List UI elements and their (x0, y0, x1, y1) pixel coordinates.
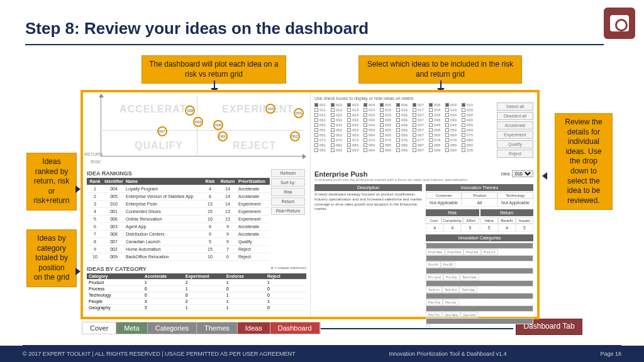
idea-checkbox[interactable]: 087 (413, 143, 429, 148)
idea-checkbox[interactable]: 007 (413, 102, 429, 107)
idea-checkbox[interactable]: 072 (331, 138, 347, 143)
idea-checkbox[interactable]: 078 (429, 138, 445, 143)
sort-button[interactable]: Risk+Return (271, 207, 305, 215)
idea-checkbox[interactable]: 030 (462, 112, 478, 118)
idea-checkbox[interactable]: 075 (380, 138, 396, 143)
idea-checkbox[interactable]: 099 (445, 148, 462, 153)
idea-checkbox[interactable]: 032 (331, 118, 347, 123)
idea-dot[interactable]: 009 (218, 131, 228, 141)
idea-checkbox[interactable]: 020 (462, 107, 478, 112)
idea-checkbox[interactable]: 069 (445, 133, 462, 138)
idea-checkbox[interactable]: 034 (364, 118, 380, 123)
idea-checkbox[interactable]: 017 (413, 107, 429, 112)
idea-checkbox[interactable]: 057 (413, 128, 429, 133)
idea-dot[interactable]: 001 (294, 108, 304, 118)
idea-checkbox[interactable]: 039 (445, 118, 462, 123)
idea-checkbox[interactable]: 011 (314, 107, 331, 112)
idea-checkbox[interactable]: 100 (462, 148, 478, 153)
idea-checkbox[interactable]: 045 (380, 123, 396, 128)
idea-checkbox[interactable]: 038 (429, 118, 445, 123)
filter-button[interactable]: Deselect all (497, 112, 533, 120)
idea-checkbox[interactable]: 089 (445, 143, 462, 148)
tab-ideas[interactable]: Ideas (238, 322, 270, 334)
sort-button[interactable]: Return (271, 197, 305, 206)
filter-button[interactable]: Accelerate (497, 121, 533, 129)
idea-checkbox[interactable]: 082 (331, 143, 347, 148)
idea-dot[interactable]: 010 (265, 104, 275, 114)
idea-checkbox[interactable]: 053 (347, 128, 364, 133)
tab-cover[interactable]: Cover (82, 322, 116, 334)
idea-checkbox[interactable]: 081 (314, 143, 331, 148)
idea-checkbox[interactable]: 090 (462, 143, 478, 148)
idea-checkbox[interactable]: 026 (396, 112, 413, 118)
idea-checkbox[interactable]: 067 (413, 133, 429, 138)
idea-checkbox[interactable]: 010 (462, 102, 478, 107)
idea-checkbox[interactable]: 019 (445, 107, 462, 112)
idea-checkbox[interactable]: 068 (429, 133, 445, 138)
idea-checkbox[interactable]: 008 (429, 102, 445, 107)
filter-button[interactable]: Select all (497, 102, 533, 111)
idea-checkbox[interactable]: 016 (396, 107, 413, 112)
idea-checkbox[interactable]: 041 (314, 123, 331, 128)
idea-dot[interactable]: 006 (213, 120, 223, 130)
idea-checkbox[interactable]: 031 (314, 118, 331, 123)
idea-checkbox[interactable]: 023 (347, 112, 364, 118)
idea-checkbox[interactable]: 024 (364, 112, 380, 118)
idea-checkbox[interactable]: 012 (331, 107, 347, 112)
idea-checkbox[interactable]: 035 (380, 118, 396, 123)
idea-checkbox[interactable]: 042 (331, 123, 347, 128)
tab-meta[interactable]: Meta (116, 322, 147, 334)
idea-checkbox[interactable]: 025 (380, 112, 396, 118)
idea-checkbox[interactable]: 003 (347, 102, 364, 107)
idea-checkbox[interactable]: 050 (462, 123, 478, 128)
sort-button[interactable]: Refresh (271, 169, 305, 177)
idea-checkbox[interactable]: 092 (331, 148, 347, 153)
idea-checkbox[interactable]: 036 (396, 118, 413, 123)
idea-checkbox[interactable]: 013 (347, 107, 364, 112)
idea-select[interactable]: 010 (512, 170, 533, 177)
idea-checkbox[interactable]: 015 (380, 107, 396, 112)
tab-themes[interactable]: Themes (197, 322, 238, 334)
idea-checkbox[interactable]: 070 (462, 133, 478, 138)
idea-checkbox[interactable]: 014 (364, 107, 380, 112)
idea-checkbox[interactable]: 076 (396, 138, 413, 143)
idea-checkbox[interactable]: 029 (445, 112, 462, 118)
idea-checkbox[interactable]: 062 (331, 133, 347, 138)
idea-checkbox[interactable]: 074 (364, 138, 380, 143)
idea-checkbox[interactable]: 018 (429, 107, 445, 112)
idea-checkbox[interactable]: 046 (396, 123, 413, 128)
idea-checkbox[interactable]: 055 (380, 128, 396, 133)
idea-checkbox[interactable]: 006 (396, 102, 413, 107)
idea-dot[interactable]: 003 (193, 117, 203, 127)
idea-checkbox[interactable]: 093 (347, 148, 364, 153)
idea-checkbox[interactable]: 063 (347, 133, 364, 138)
sort-button[interactable]: Risk (271, 188, 305, 196)
idea-checkbox[interactable]: 054 (364, 128, 380, 133)
idea-checkbox[interactable]: 098 (429, 148, 445, 153)
idea-checkbox[interactable]: 048 (429, 123, 445, 128)
idea-checkbox[interactable]: 052 (331, 128, 347, 133)
idea-checkbox[interactable]: 091 (314, 148, 331, 153)
idea-checkbox[interactable]: 060 (462, 128, 478, 133)
idea-checkbox[interactable]: 097 (413, 148, 429, 153)
idea-checkbox[interactable]: 051 (314, 128, 331, 133)
idea-checkbox[interactable]: 095 (380, 148, 396, 153)
filter-button[interactable]: Experiment (497, 131, 533, 139)
idea-checkbox[interactable]: 084 (364, 143, 380, 148)
idea-checkbox[interactable]: 064 (364, 133, 380, 138)
idea-checkbox[interactable]: 044 (364, 123, 380, 128)
idea-checkbox[interactable]: 094 (364, 148, 380, 153)
idea-checkbox[interactable]: 040 (462, 118, 478, 123)
idea-checkbox[interactable]: 065 (380, 133, 396, 138)
idea-checkbox[interactable]: 077 (413, 138, 429, 143)
filter-button[interactable]: Reject (497, 150, 533, 158)
idea-checkbox[interactable]: 056 (396, 128, 413, 133)
idea-checkbox[interactable]: 021 (314, 112, 331, 118)
idea-dot[interactable]: 007 (157, 126, 167, 136)
idea-checkbox[interactable]: 004 (364, 102, 380, 107)
tab-dashboard[interactable]: Dashboard (270, 322, 320, 334)
filter-button[interactable]: Qualify (497, 140, 533, 148)
idea-checkbox[interactable]: 061 (314, 133, 331, 138)
idea-checkbox[interactable]: 083 (347, 143, 364, 148)
idea-checkbox[interactable]: 037 (413, 118, 429, 123)
